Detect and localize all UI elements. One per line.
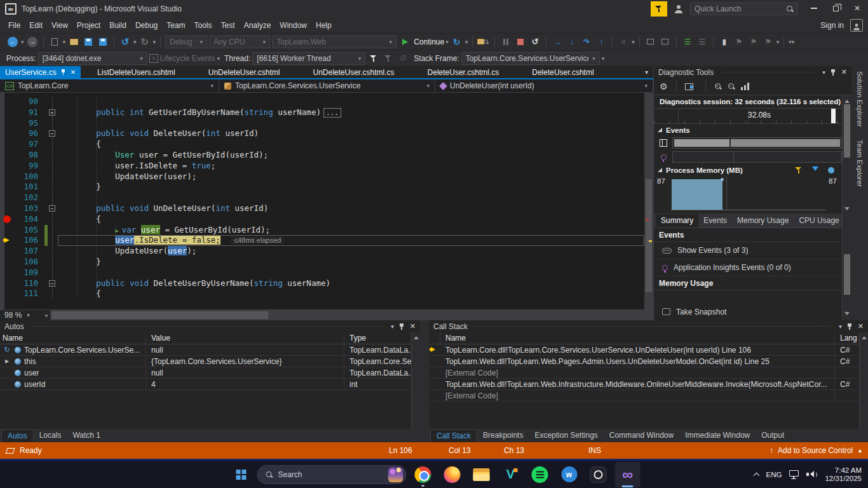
pause-icon[interactable] xyxy=(499,35,512,49)
doc-tab-listdeleteusers-cshtml[interactable]: ListDeleteUsers.cshtml xyxy=(81,66,192,78)
fold-margin[interactable]: − xyxy=(48,278,58,289)
save-icon[interactable] xyxy=(82,35,95,49)
perf-tip[interactable]: ≤48ms elapsed xyxy=(231,236,285,244)
pin-icon[interactable] xyxy=(847,323,853,330)
step-into-icon[interactable]: ↓ xyxy=(566,35,578,49)
diag-tab-memory-usage[interactable]: Memory Usage xyxy=(732,214,794,227)
show-events-link[interactable]: ••• Show Events (3 of 3) xyxy=(654,242,842,259)
threads-icon[interactable]: ⌗ xyxy=(617,35,630,49)
menu-item-debug[interactable]: Debug xyxy=(131,19,162,32)
breakpoint-icon[interactable] xyxy=(3,215,11,223)
save-all-icon[interactable] xyxy=(97,35,109,49)
code-line-99[interactable]: 99user.IsDelete = true; xyxy=(0,161,644,172)
diagnostics-timeline[interactable]: 32.08s xyxy=(654,108,842,124)
side-tab-team-explorer[interactable]: Team Explorer xyxy=(856,140,864,187)
close-button[interactable]: ✕ xyxy=(846,0,868,17)
editor-margin[interactable] xyxy=(0,288,15,299)
doc-tab-undeleteuser-cshtml-cs[interactable]: UnDeleteUser.cshtml.cs xyxy=(297,66,411,78)
callstack-row[interactable]: [External Code] xyxy=(429,367,868,379)
navigate-back-icon[interactable]: ← xyxy=(6,35,19,49)
code-line-100[interactable]: 100UpdateUser(user); xyxy=(0,172,644,182)
autos-column-name[interactable]: Name xyxy=(0,332,146,344)
taskbar-search-input[interactable]: Search xyxy=(257,465,407,484)
step-over-icon[interactable]: ↷ xyxy=(580,35,593,49)
autos-column-type[interactable]: Type xyxy=(344,332,420,344)
fold-margin[interactable] xyxy=(48,118,58,129)
search-highlight-image[interactable] xyxy=(388,467,403,482)
avatar[interactable] xyxy=(850,19,863,32)
editor-margin[interactable] xyxy=(0,214,15,225)
fold-toggle-icon[interactable]: − xyxy=(49,280,55,287)
close-icon[interactable]: ✕ xyxy=(858,322,864,330)
code-line-90[interactable]: 90 xyxy=(0,97,644,107)
code-line-105[interactable]: 105▶var user = GetUserById(userId); xyxy=(0,225,644,236)
editor-margin[interactable] xyxy=(0,278,15,289)
volume-icon[interactable] xyxy=(806,470,817,479)
breakpoints-window-icon[interactable] xyxy=(644,35,657,49)
settings-gear-icon[interactable]: ⚙ xyxy=(660,81,668,92)
thread-dropdown[interactable]: [6616] Worker Thread▾ xyxy=(252,52,365,65)
code-line-91[interactable]: 91+public int GetUserIdByUserName(string… xyxy=(0,107,644,118)
fold-margin[interactable] xyxy=(48,139,58,150)
autos-value-cell[interactable]: null xyxy=(146,344,344,355)
tab-watch-1[interactable]: Watch 1 xyxy=(67,429,106,442)
menu-item-file[interactable]: File xyxy=(4,19,25,32)
code-line-109[interactable]: 109 xyxy=(0,268,644,278)
browse-with-icon[interactable] xyxy=(477,35,490,49)
tab-breakpoints[interactable]: Breakpoints xyxy=(477,429,529,442)
fold-margin[interactable] xyxy=(48,225,58,236)
tab-locals[interactable]: Locals xyxy=(34,429,67,442)
fold-margin[interactable] xyxy=(48,193,58,203)
window-position-icon[interactable]: ▾ xyxy=(839,323,842,330)
startup-project-dropdown[interactable]: TopLearn.Web▾ xyxy=(272,36,397,48)
call-stack-scrollbar[interactable] xyxy=(859,332,868,429)
fold-margin[interactable] xyxy=(48,246,58,257)
quick-launch-input[interactable]: Quick Launch xyxy=(690,3,798,15)
bookmark-icon[interactable]: ▮ xyxy=(718,35,731,49)
pin-icon[interactable] xyxy=(61,69,66,76)
callstack-row[interactable]: TopLearn.Web.dll!TopLearn.Web.Infrastruc… xyxy=(429,379,868,390)
editor-margin[interactable] xyxy=(0,203,15,214)
code-line-107[interactable]: 107UpdateUser(user); xyxy=(0,246,644,257)
fold-margin[interactable]: + xyxy=(48,107,58,118)
close-icon[interactable]: ✕ xyxy=(71,69,76,76)
editor-margin[interactable] xyxy=(0,172,15,182)
fold-margin[interactable] xyxy=(48,161,58,172)
editor-horizontal-scrollbar[interactable] xyxy=(50,310,653,320)
pin-icon[interactable] xyxy=(831,69,836,76)
take-snapshot-link[interactable]: Take Snapshot xyxy=(654,290,842,316)
doc-tab-undeleteuser-cshtml[interactable]: UnDeleteUser.cshtml xyxy=(192,66,297,78)
editor-margin[interactable] xyxy=(0,235,15,246)
editor-margin[interactable] xyxy=(0,225,15,236)
tab-call-stack[interactable]: Call Stack xyxy=(430,429,477,442)
sign-in-link[interactable]: Sign in xyxy=(820,21,844,30)
filter-icon[interactable] xyxy=(651,1,667,17)
configuration-dropdown[interactable]: Debug▾ xyxy=(165,36,207,48)
menu-item-tools[interactable]: Tools xyxy=(190,19,217,32)
code-line-110[interactable]: 110−public void DeleteUserByUserName(str… xyxy=(0,278,644,289)
restart-icon[interactable]: ↻ xyxy=(451,35,463,49)
language-indicator[interactable]: ENG xyxy=(766,471,782,478)
autos-scrollbar[interactable] xyxy=(411,332,420,429)
timeline-cursor[interactable] xyxy=(831,109,836,123)
fold-toggle-icon[interactable]: + xyxy=(49,109,55,116)
callstack-row[interactable]: TopLearn.Core.dll!TopLearn.Core.Services… xyxy=(429,344,868,356)
fold-margin[interactable] xyxy=(48,172,58,182)
window-position-icon[interactable]: ▾ xyxy=(822,69,825,76)
insights-track[interactable] xyxy=(672,151,842,163)
editor-margin[interactable] xyxy=(0,161,15,172)
callstack-column-name[interactable]: Name xyxy=(440,332,835,344)
zoom-dropdown[interactable]: 98 %▾ xyxy=(0,311,42,320)
clear-bookmarks-icon[interactable]: ⚑ xyxy=(762,35,775,49)
visual-studio-icon[interactable]: ∞ xyxy=(615,462,641,487)
diag-tab-summary[interactable]: Summary xyxy=(656,214,698,227)
export-icon[interactable] xyxy=(685,83,693,90)
tab-output[interactable]: Output xyxy=(756,429,790,442)
menu-item-view[interactable]: View xyxy=(47,19,72,32)
blue-app-icon[interactable]: w xyxy=(557,462,582,487)
menu-item-project[interactable]: Project xyxy=(72,19,105,32)
tab-exception-settings[interactable]: Exception Settings xyxy=(529,429,603,442)
project-dropdown[interactable]: C# TopLearn.Core▾ xyxy=(0,79,219,92)
editor-margin[interactable] xyxy=(0,118,15,129)
spotify-icon[interactable] xyxy=(527,462,553,487)
